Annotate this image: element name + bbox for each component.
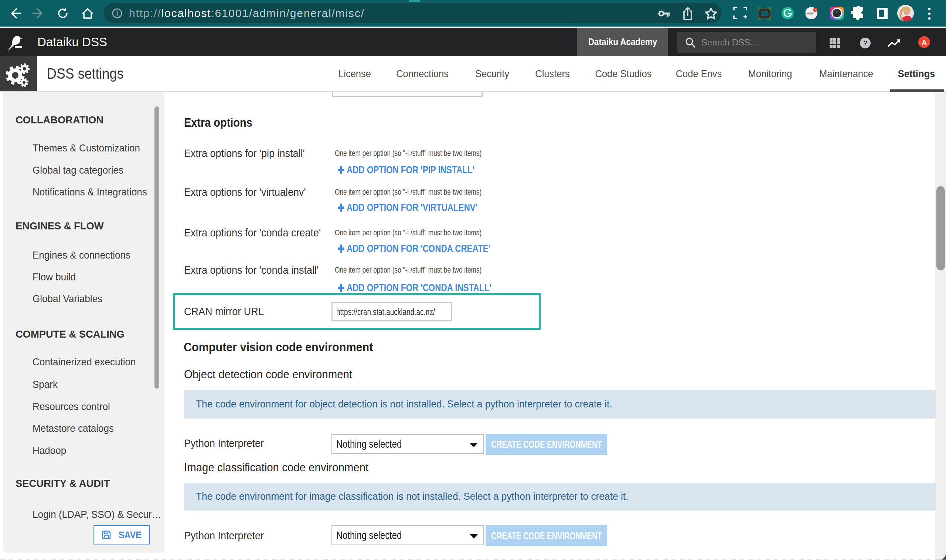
svg-text:A: A xyxy=(921,38,927,46)
svg-text:?: ? xyxy=(863,39,867,47)
svg-text:Linter: Linter xyxy=(805,11,814,15)
svg-text:!: ! xyxy=(815,8,816,12)
